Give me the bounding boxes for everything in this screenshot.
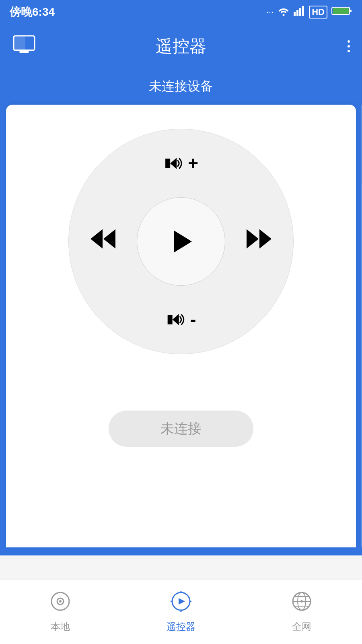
volume-up-label: +: [188, 153, 198, 173]
svg-point-23: [59, 600, 62, 603]
svg-point-0: [283, 14, 285, 16]
nav-label-network: 全网: [292, 620, 311, 633]
fast-forward-button[interactable]: [245, 228, 273, 256]
nav-item-remote[interactable]: 遥控器: [121, 591, 241, 633]
unconnect-label: 未连接: [160, 419, 202, 438]
svg-marker-18: [259, 229, 272, 249]
status-bar: 傍晚6:34 ··· HD: [0, 0, 362, 24]
unconnect-button[interactable]: 未连接: [109, 411, 253, 447]
svg-rect-3: [299, 8, 301, 16]
signal-dots-icon: ···: [266, 7, 274, 17]
svg-rect-11: [13, 36, 25, 50]
network-icon: [291, 591, 312, 616]
status-time: 傍晚6:34: [10, 4, 55, 20]
control-circle-outer: +: [68, 129, 294, 354]
svg-rect-6: [350, 10, 352, 12]
remote-card: +: [6, 105, 356, 547]
nav-label-remote: 遥控器: [167, 620, 195, 633]
connection-status: 未连接设备: [0, 68, 362, 105]
rewind-button[interactable]: [89, 228, 117, 256]
svg-rect-2: [296, 10, 298, 16]
connection-status-text: 未连接设备: [149, 78, 213, 95]
svg-marker-25: [179, 598, 185, 605]
remote-icon: [171, 591, 191, 616]
battery-icon: [331, 6, 352, 18]
nav-item-local[interactable]: 本地: [0, 591, 121, 633]
volume-down-label: -: [190, 310, 196, 330]
volume-down-button[interactable]: -: [166, 310, 196, 330]
wifi-icon: [278, 6, 290, 18]
svg-marker-12: [165, 159, 170, 168]
local-icon: [50, 591, 71, 616]
svg-marker-17: [247, 229, 259, 249]
svg-point-35: [300, 600, 303, 603]
status-icons: ··· HD: [266, 6, 352, 19]
signal-bars-icon: [294, 6, 305, 18]
remote-control-area: +: [6, 105, 356, 447]
svg-marker-14: [90, 229, 103, 249]
svg-marker-20: [173, 314, 179, 325]
svg-rect-4: [302, 6, 304, 16]
app-bar: 遥控器: [0, 24, 362, 68]
svg-marker-13: [170, 158, 177, 169]
svg-marker-15: [103, 229, 115, 249]
nav-label-local: 本地: [51, 620, 70, 633]
svg-marker-19: [168, 315, 173, 324]
tv-icon: [12, 35, 36, 58]
page-title: 遥控器: [156, 35, 206, 58]
svg-rect-9: [19, 51, 29, 53]
more-menu-button[interactable]: [348, 40, 350, 52]
hd-badge: HD: [309, 6, 327, 19]
bottom-navigation: 本地 遥控器 全网: [0, 580, 362, 644]
svg-marker-16: [174, 231, 192, 252]
play-button[interactable]: [137, 197, 225, 286]
volume-up-button[interactable]: +: [164, 153, 198, 173]
svg-rect-1: [294, 12, 296, 16]
nav-item-network[interactable]: 全网: [241, 591, 362, 633]
svg-rect-7: [333, 8, 349, 14]
